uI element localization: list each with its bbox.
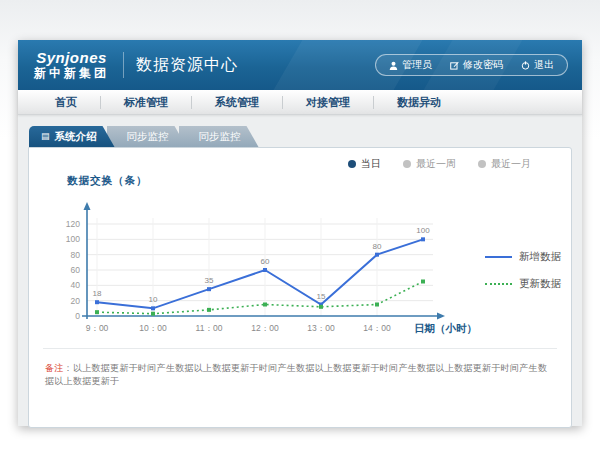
change-password-label: 修改密码 <box>463 58 503 72</box>
chart-row: 0204060801001209：0010：0011：0012：0013：001… <box>39 188 561 346</box>
chart-legend: 新增数据 更新数据 <box>485 250 561 291</box>
tab-system-intro[interactable]: ▤ 系统介绍 <box>29 126 115 147</box>
svg-text:10: 10 <box>149 295 158 304</box>
app-window: Synjones 新中新集团 数据资源中心 管理员 修改密码 <box>18 40 582 426</box>
filter-label: 最近一周 <box>416 157 456 171</box>
y-axis-title: 数据交换（条） <box>67 174 561 188</box>
svg-text:11：00: 11：00 <box>196 323 223 333</box>
header-divider <box>123 52 124 78</box>
brand-logo: Synjones 新中新集团 <box>34 50 109 80</box>
legend-label: 更新数据 <box>519 277 561 291</box>
nav-item-data-change[interactable]: 数据异动 <box>374 90 464 115</box>
tab-strip: ▤ 系统介绍 同步监控 同步监控 <box>28 126 572 147</box>
user-menu-admin-label: 管理员 <box>402 58 432 72</box>
radio-dot-icon <box>478 160 486 168</box>
legend-item-new-data[interactable]: 新增数据 <box>485 250 561 264</box>
user-icon <box>389 61 398 70</box>
svg-text:100: 100 <box>416 226 430 235</box>
svg-text:13：00: 13：00 <box>307 323 335 333</box>
tab-label: 同步监控 <box>199 130 241 144</box>
legend-label: 新增数据 <box>519 250 561 264</box>
logout-label: 退出 <box>534 58 554 72</box>
svg-text:18: 18 <box>93 289 102 298</box>
svg-text:100: 100 <box>66 234 80 244</box>
svg-text:80: 80 <box>71 250 81 260</box>
solid-line-icon <box>485 256 512 258</box>
filter-option-today[interactable]: 当日 <box>348 157 381 171</box>
logout-icon <box>521 61 530 70</box>
svg-text:0: 0 <box>75 311 80 321</box>
app-header: Synjones 新中新集团 数据资源中心 管理员 修改密码 <box>18 40 582 90</box>
filter-label: 当日 <box>361 157 381 171</box>
logo-text-cn: 新中新集团 <box>34 67 109 80</box>
svg-text:35: 35 <box>205 276 214 285</box>
change-password-button[interactable]: 修改密码 <box>441 58 512 72</box>
note-text: ：以上数据更新于时间产生数据以上数据更新于时间产生数据以上数据更新于时间产生数据… <box>45 363 547 386</box>
dotted-line-icon <box>485 283 512 285</box>
filter-option-last-month[interactable]: 最近一月 <box>478 157 531 171</box>
page-title: 数据资源中心 <box>136 55 238 76</box>
note-prefix: 备注 <box>45 363 64 373</box>
legend-item-updated-data[interactable]: 更新数据 <box>485 277 561 291</box>
logo-text-en: Synjones <box>34 50 109 67</box>
user-menu-admin[interactable]: 管理员 <box>380 58 441 72</box>
nav-item-system-mgmt[interactable]: 系统管理 <box>192 90 282 115</box>
svg-text:10：00: 10：00 <box>139 323 167 333</box>
user-menu: 管理员 修改密码 退出 <box>375 54 568 76</box>
svg-text:120: 120 <box>66 219 80 229</box>
logout-button[interactable]: 退出 <box>512 58 563 72</box>
tab-label: 同步监控 <box>127 130 169 144</box>
chart-panel: 当日 最近一周 最近一月 数据交换（条） 0204060801001209：00… <box>28 147 572 428</box>
svg-text:9：00: 9：00 <box>86 323 109 333</box>
edit-icon <box>450 61 459 70</box>
svg-text:40: 40 <box>71 280 81 290</box>
time-range-filter: 当日 最近一周 最近一月 <box>39 156 561 172</box>
radio-dot-icon <box>403 160 411 168</box>
nav-item-interface-mgmt[interactable]: 对接管理 <box>283 90 373 115</box>
filter-label: 最近一月 <box>491 157 531 171</box>
nav-item-home[interactable]: 首页 <box>32 90 100 115</box>
svg-text:60: 60 <box>71 265 81 275</box>
svg-text:60: 60 <box>261 257 270 266</box>
svg-text:14：00: 14：00 <box>363 323 391 333</box>
tab-sync-monitor-1[interactable]: 同步监控 <box>107 126 187 147</box>
tab-label: 系统介绍 <box>55 130 97 144</box>
radio-dot-icon <box>348 160 356 168</box>
svg-text:日期（小时）: 日期（小时） <box>414 322 477 335</box>
svg-text:15: 15 <box>317 292 326 301</box>
svg-text:20: 20 <box>71 296 81 306</box>
nav-item-standard-mgmt[interactable]: 标准管理 <box>101 90 191 115</box>
filter-option-last-week[interactable]: 最近一周 <box>403 157 456 171</box>
footer-note: 备注：以上数据更新于时间产生数据以上数据更新于时间产生数据以上数据更新于时间产生… <box>43 348 557 388</box>
line-chart: 0204060801001209：0010：0011：0012：0013：001… <box>39 188 479 346</box>
document-icon: ▤ <box>41 132 50 141</box>
svg-text:80: 80 <box>373 242 382 251</box>
content-area: ▤ 系统介绍 同步监控 同步监控 当日 最近一周 <box>18 115 582 428</box>
tab-sync-monitor-2[interactable]: 同步监控 <box>179 126 259 147</box>
svg-text:12：00: 12：00 <box>251 323 279 333</box>
main-nav: 首页 标准管理 系统管理 对接管理 数据异动 <box>18 90 582 115</box>
